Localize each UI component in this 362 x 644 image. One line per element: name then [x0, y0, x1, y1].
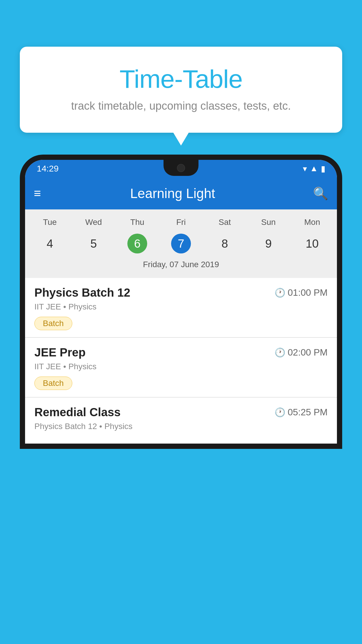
camera-icon — [177, 164, 185, 172]
tooltip-title: Time-Table — [34, 64, 328, 94]
clock-icon-1: 🕐 — [275, 288, 285, 298]
phone-notch — [164, 160, 198, 176]
date-6-today[interactable]: 6 — [115, 231, 159, 256]
day-sun: Sun — [247, 215, 290, 229]
class-item-header-1: Physics Batch 12 🕐 01:00 PM — [34, 286, 328, 299]
search-icon[interactable]: 🔍 — [313, 186, 328, 201]
class-detail-1: IIT JEE • Physics — [34, 302, 328, 312]
status-time: 14:29 — [37, 164, 59, 174]
date-8[interactable]: 8 — [203, 231, 247, 256]
batch-badge-2: Batch — [34, 377, 72, 390]
battery-icon: ▮ — [321, 164, 325, 174]
clock-icon-3: 🕐 — [275, 407, 285, 417]
wifi-icon: ▾ — [303, 164, 307, 174]
days-numbers: 4 5 6 7 8 9 10 — [25, 231, 337, 256]
batch-badge-1: Batch — [34, 317, 72, 330]
class-name-3: Remedial Class — [34, 406, 121, 419]
day-sat: Sat — [203, 215, 247, 229]
class-name-2: JEE Prep — [34, 346, 86, 359]
tooltip-card: Time-Table track timetable, upcoming cla… — [20, 47, 342, 133]
class-list: Physics Batch 12 🕐 01:00 PM IIT JEE • Ph… — [25, 278, 337, 444]
selected-date-label: Friday, 07 June 2019 — [25, 256, 337, 274]
day-wed: Wed — [72, 215, 115, 229]
class-item-header-2: JEE Prep 🕐 02:00 PM — [34, 346, 328, 359]
date-4[interactable]: 4 — [28, 231, 72, 256]
signal-icon: ▲ — [310, 164, 318, 173]
date-9[interactable]: 9 — [247, 231, 290, 256]
class-item-jee-prep[interactable]: JEE Prep 🕐 02:00 PM IIT JEE • Physics Ba… — [25, 338, 337, 397]
class-item-physics-batch-12[interactable]: Physics Batch 12 🕐 01:00 PM IIT JEE • Ph… — [25, 278, 337, 337]
clock-icon-2: 🕐 — [275, 347, 285, 358]
date-7-selected[interactable]: 7 — [159, 231, 203, 256]
calendar-strip: Tue Wed Thu Fri Sat Sun Mon 4 5 6 7 8 9 … — [25, 209, 337, 278]
date-10[interactable]: 10 — [290, 231, 334, 256]
phone-mockup: 14:29 ▾ ▲ ▮ ≡ Learning Light 🔍 Tue Wed T… — [20, 155, 342, 644]
tooltip-subtitle: track timetable, upcoming classes, tests… — [34, 100, 328, 112]
day-fri: Fri — [159, 215, 203, 229]
phone-outer: 14:29 ▾ ▲ ▮ ≡ Learning Light 🔍 Tue Wed T… — [20, 155, 342, 449]
status-icons: ▾ ▲ ▮ — [303, 164, 325, 174]
date-5[interactable]: 5 — [72, 231, 115, 256]
class-name-1: Physics Batch 12 — [34, 286, 130, 299]
day-thu: Thu — [115, 215, 159, 229]
day-tue: Tue — [28, 215, 72, 229]
menu-icon[interactable]: ≡ — [34, 187, 41, 200]
class-time-3: 🕐 05:25 PM — [275, 407, 328, 418]
app-bar: ≡ Learning Light 🔍 — [25, 177, 337, 209]
class-time-2: 🕐 02:00 PM — [275, 347, 328, 358]
days-header: Tue Wed Thu Fri Sat Sun Mon — [25, 215, 337, 229]
class-item-remedial[interactable]: Remedial Class 🕐 05:25 PM Physics Batch … — [25, 398, 337, 444]
class-detail-2: IIT JEE • Physics — [34, 362, 328, 371]
class-detail-3: Physics Batch 12 • Physics — [34, 422, 328, 431]
app-title: Learning Light — [50, 186, 296, 201]
phone-screen: 14:29 ▾ ▲ ▮ ≡ Learning Light 🔍 Tue Wed T… — [25, 160, 337, 444]
class-time-1: 🕐 01:00 PM — [275, 287, 328, 298]
class-item-header-3: Remedial Class 🕐 05:25 PM — [34, 406, 328, 419]
day-mon: Mon — [290, 215, 334, 229]
